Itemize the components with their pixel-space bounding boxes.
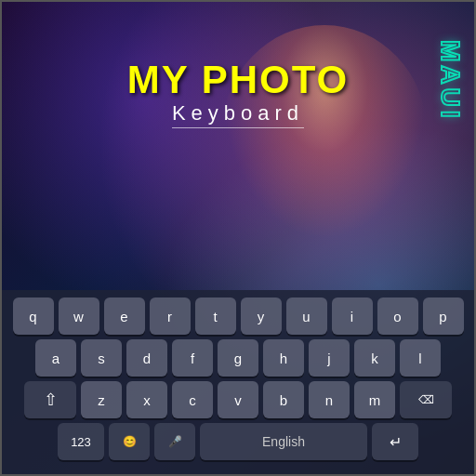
key-j[interactable]: j xyxy=(309,339,350,377)
key-h[interactable]: h xyxy=(263,339,304,377)
key-z[interactable]: z xyxy=(81,381,122,418)
app-title: MY PHOTO xyxy=(2,59,474,101)
key-shift[interactable]: ⇧ xyxy=(24,381,76,418)
key-y[interactable]: y xyxy=(241,298,282,335)
key-row-4: 123 😊 🎤 English ↵ xyxy=(7,423,469,460)
key-p[interactable]: p xyxy=(423,298,464,335)
key-backspace[interactable]: ⌫ xyxy=(400,381,452,418)
key-row-3: ⇧ z x c v b n m ⌫ xyxy=(7,381,469,418)
key-w[interactable]: w xyxy=(59,298,99,335)
key-c[interactable]: c xyxy=(172,381,213,418)
key-o[interactable]: o xyxy=(377,298,418,335)
shift-icon: ⇧ xyxy=(44,390,58,410)
app-container: MAUI MY PHOTO Keyboard q w e r t y u i o… xyxy=(0,0,476,476)
key-numbers[interactable]: 123 xyxy=(58,423,104,460)
key-d[interactable]: d xyxy=(126,339,167,377)
key-row-1: q w e r t y u i o p xyxy=(7,298,469,335)
key-v[interactable]: v xyxy=(218,381,258,418)
key-n[interactable]: n xyxy=(309,381,350,418)
key-enter[interactable]: ↵ xyxy=(372,423,418,460)
key-a[interactable]: a xyxy=(35,339,76,377)
key-i[interactable]: i xyxy=(332,298,373,335)
key-l[interactable]: l xyxy=(400,339,441,377)
key-row-2: a s d f g h j k l xyxy=(7,339,469,377)
key-q[interactable]: q xyxy=(13,298,54,335)
key-m[interactable]: m xyxy=(354,381,395,418)
key-k[interactable]: k xyxy=(354,339,395,377)
key-e[interactable]: e xyxy=(104,298,145,335)
key-emoji[interactable]: 😊 xyxy=(109,423,150,460)
keyboard: q w e r t y u i o p a s d f g h j k l ⇧ xyxy=(2,290,474,474)
title-area: MY PHOTO Keyboard xyxy=(2,59,474,128)
key-s[interactable]: s xyxy=(81,339,122,377)
enter-icon: ↵ xyxy=(390,433,402,451)
key-f[interactable]: f xyxy=(172,339,213,377)
key-b[interactable]: b xyxy=(263,381,304,418)
key-u[interactable]: u xyxy=(286,298,327,335)
key-space[interactable]: English xyxy=(200,423,367,460)
key-r[interactable]: r xyxy=(150,298,191,335)
key-x[interactable]: x xyxy=(126,381,167,418)
key-microphone[interactable]: 🎤 xyxy=(154,423,195,460)
app-subtitle: Keyboard xyxy=(172,101,304,128)
key-t[interactable]: t xyxy=(195,298,236,335)
key-g[interactable]: g xyxy=(218,339,258,377)
